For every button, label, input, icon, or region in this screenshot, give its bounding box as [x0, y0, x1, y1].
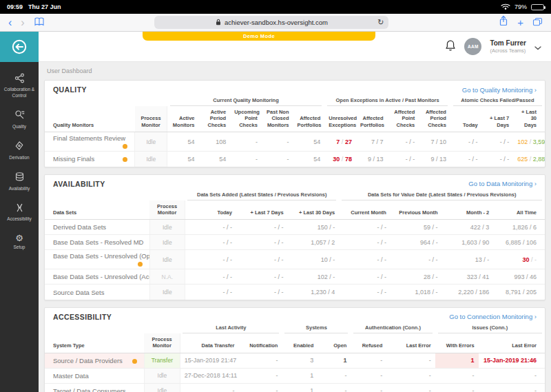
new-tab-button[interactable]: +: [517, 17, 523, 28]
column-header: Refused: [351, 333, 386, 353]
accessibility-table: Last ActivitySystemsAuthentication (Conn…: [45, 323, 545, 392]
back-button[interactable]: ‹: [8, 16, 12, 30]
table-row[interactable]: Derived Data SetsIdle- / -- / -150 / -- …: [45, 220, 545, 235]
metric-cell: 54: [167, 132, 199, 152]
tabs-icon[interactable]: [532, 17, 543, 29]
metric-cell: 422 / 3: [442, 220, 494, 235]
accessibility-card: ACCESSIBILITY Go to Connection Monitorin…: [44, 307, 545, 392]
sidebar-item-setup[interactable]: ⚙ Setup: [0, 228, 39, 256]
battery-icon: [531, 4, 544, 10]
sidebar-item-availability[interactable]: Availability: [0, 166, 39, 197]
sidebar-item-quality[interactable]: Quality: [0, 104, 39, 135]
derivation-icon: [14, 141, 25, 152]
bookmarks-icon[interactable]: [34, 17, 45, 29]
metric-cell: 108: [199, 132, 231, 152]
sidebar-item-label: Derivation: [9, 155, 29, 161]
row-label: Base Data Sets - Unresolved (Accepted): [45, 269, 149, 285]
metric-cell: - / -: [236, 285, 288, 300]
metric-cell: 102 / 3,595: [513, 132, 545, 152]
metric-cell: 1,603 / 90: [442, 235, 494, 250]
column-group-header: Data Sets for Value Date (Latest States …: [339, 190, 545, 200]
metric-cell: 1,018 / -: [391, 285, 442, 300]
metric-cell: - / -: [185, 220, 236, 235]
go-to-quality-monitoring-link[interactable]: Go to Quality Monitoring: [462, 86, 537, 94]
notifications-bell-icon[interactable]: [445, 39, 456, 54]
row-label: Source / Data Providers: [45, 353, 144, 368]
table-row[interactable]: Missing FinalsIdle5454--5430 / 789 / 13-…: [45, 152, 545, 167]
quality-icon: [14, 110, 25, 121]
forward-button[interactable]: ›: [21, 16, 24, 30]
metric-cell: -: [230, 132, 262, 152]
status-dot-icon: [123, 144, 127, 149]
column-header: Data Transfer: [180, 333, 238, 353]
table-row[interactable]: Source / Data ProvidersTransfer15-Jan-20…: [45, 353, 545, 368]
process-monitor-status: N.A.: [149, 269, 185, 285]
table-row[interactable]: Base Data Sets - Unresolved (Accepted)N.…: [45, 269, 545, 285]
go-to-connection-monitoring-link[interactable]: Go to Connection Monitoring: [449, 313, 537, 320]
column-header: Active Period Checks: [199, 106, 231, 132]
metric-cell: -: [386, 368, 435, 383]
metric-cell: -: [230, 152, 262, 167]
metric-cell: -: [238, 353, 282, 368]
column-group-header: Atomic Checks Failed/Passed: [450, 96, 545, 106]
metric-cell: 15-Jan-2019 21:47: [180, 353, 238, 368]
metric-cell: 6,885 / 106: [493, 235, 545, 250]
metric-cell: - / -: [185, 235, 236, 250]
process-monitor-status: Idle: [135, 132, 167, 152]
sidebar-item-label: Collaboration & Control: [1, 87, 37, 99]
sidebar-item-accessibility[interactable]: Accessibility: [0, 197, 39, 228]
column-group-header: Open Exceptions in Active / Past Monitor…: [324, 96, 450, 106]
availability-icon: [14, 172, 25, 183]
row-label: Master Data: [45, 368, 144, 383]
table-row[interactable]: Base Data Sets - Resolved MDIdle- / -- /…: [45, 235, 545, 250]
column-header: Month - 2: [442, 200, 494, 220]
table-row[interactable]: Target / Data ConsumersIdle--1-----: [45, 383, 545, 392]
table-row[interactable]: Final Statements ReviewIdle54108--547 / …: [45, 132, 545, 152]
sidebar-item-label: Setup: [14, 245, 25, 250]
row-label: Source Data Sets: [45, 285, 149, 300]
metric-cell: 7 / 10: [419, 132, 450, 152]
status-dot-icon: [123, 157, 127, 162]
column-group-header: Authentication (Conn.): [351, 323, 435, 333]
metric-cell: 28 / -: [391, 269, 442, 285]
metric-cell: - / -: [339, 235, 391, 250]
metric-cell: -: [318, 383, 351, 392]
reload-button[interactable]: ↻: [377, 19, 384, 26]
column-header: Process Monitor: [144, 333, 180, 353]
sidebar-item-label: Quality: [12, 124, 26, 130]
demo-mode-banner: Demo Mode: [143, 32, 375, 41]
column-group-header: Issues (Conn.): [435, 323, 545, 333]
table-row[interactable]: Master DataIdle27-Dec-2018 14:11-1-----: [45, 368, 545, 383]
browser-toolbar: ‹ › achiever-sandbox.hs-oversight.com ↻ …: [0, 14, 551, 32]
column-header: Affected Period Checks: [419, 106, 450, 132]
metric-cell: - / -: [450, 132, 482, 152]
metric-cell: - / -: [185, 269, 236, 285]
user-menu[interactable]: Tom Furrer (Across Teams): [490, 39, 526, 54]
quality-card: QUALITY Go to Quality Monitoring Current…: [44, 80, 545, 167]
sidebar-item-label: Availability: [9, 186, 30, 192]
process-monitor-status: Idle: [144, 383, 180, 392]
chevron-down-icon[interactable]: [534, 41, 541, 53]
metric-cell: - / -: [339, 250, 391, 269]
metric-cell: 9 / 13: [419, 152, 450, 167]
sidebar-item-collaboration-control[interactable]: Collaboration & Control: [0, 68, 39, 104]
share-icon[interactable]: [499, 15, 508, 30]
column-header: Upcoming Point Checks: [230, 106, 262, 132]
table-row[interactable]: Source Data SetsIdle- / -- / -1,230 / 4-…: [45, 285, 545, 300]
status-date: Thu 27 Jun: [28, 3, 61, 10]
sidebar-item-derivation[interactable]: Derivation: [0, 135, 39, 166]
column-header: Data Sets: [45, 200, 149, 220]
column-header: Enabled: [282, 333, 318, 353]
go-to-data-monitoring-link[interactable]: Go to Data Monitoring: [468, 180, 537, 187]
table-row[interactable]: Base Data Sets - Unresolved (Open)Idle- …: [45, 250, 545, 269]
quality-card-title: QUALITY: [53, 85, 87, 94]
app-logo[interactable]: [0, 32, 39, 62]
column-header: Notification: [238, 333, 282, 353]
column-header: Affected Portfolios: [356, 106, 388, 132]
metric-cell: -: [180, 383, 238, 392]
user-avatar[interactable]: AAM: [464, 38, 481, 55]
column-header: Open: [318, 333, 351, 353]
address-bar[interactable]: achiever-sandbox.hs-oversight.com ↻: [154, 16, 388, 29]
metric-cell: - / -: [236, 250, 288, 269]
metric-cell: 2,220 / 186: [442, 285, 494, 300]
